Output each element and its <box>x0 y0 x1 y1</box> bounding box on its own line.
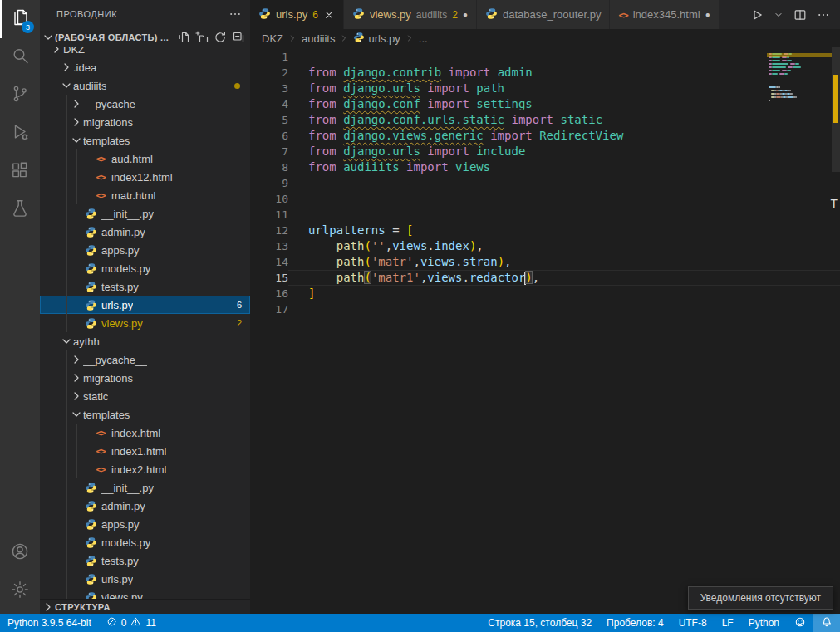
tree-item-templates[interactable]: templates <box>40 405 250 424</box>
activity-search[interactable] <box>0 38 40 76</box>
tab-index345.html[interactable]: <>index345.html● <box>610 0 719 29</box>
code-content: 12from django.contrib import admin3from … <box>250 49 840 317</box>
stray-t-glyph: T <box>831 197 838 210</box>
breadcrumb-item-urls.py[interactable]: urls.py <box>353 32 400 46</box>
tree-item-templates[interactable]: templates <box>40 131 250 149</box>
line-number: 10 <box>250 191 288 207</box>
python-interpreter-status[interactable]: Python 3.9.5 64-bit <box>0 614 99 632</box>
line-content: from django.urls import include <box>288 144 840 159</box>
workspace-section-header[interactable]: (РАБОЧАЯ ОБЛАСТЬ) ... <box>40 28 250 47</box>
tree-item-aud.html[interactable]: <>aud.html <box>40 149 250 168</box>
tree-item-migrations[interactable]: migrations <box>40 369 250 387</box>
python-file-icon <box>258 7 271 22</box>
indent-guide <box>66 95 67 113</box>
activity-testing[interactable] <box>0 191 40 229</box>
python-file-icon <box>83 573 98 585</box>
tree-item-__init__.py[interactable]: __init__.py <box>40 204 250 223</box>
more-icon[interactable] <box>817 8 830 22</box>
activity-badge-count: 3 <box>22 21 34 33</box>
tree-item-admin.py[interactable]: admin.py <box>40 497 250 515</box>
activity-run-debug[interactable] <box>0 115 40 153</box>
activity-account[interactable] <box>0 534 40 572</box>
status-item[interactable]: Пробелов: 4 <box>599 614 671 632</box>
close-icon[interactable] <box>323 9 335 21</box>
run-icon[interactable] <box>750 8 764 22</box>
status-item[interactable]: UTF-8 <box>671 614 715 632</box>
tree-item-apps.py[interactable]: apps.py <box>40 515 250 533</box>
tab-database_roouter.py[interactable]: database_roouter.py <box>477 0 611 29</box>
code-line-1: 1 <box>250 49 840 65</box>
tree-item-label: admin.py <box>101 500 145 512</box>
tree-item-models.py[interactable]: models.py <box>40 533 250 551</box>
tree-item-index.html[interactable]: <>index.html <box>40 424 250 442</box>
new-folder-icon[interactable] <box>195 31 209 44</box>
tree-item-tests.py[interactable]: tests.py <box>40 277 250 296</box>
code-editor[interactable]: 12from django.contrib import admin3from … <box>250 47 840 614</box>
split-editor-icon[interactable] <box>793 8 807 22</box>
breadcrumb-item-DKZ[interactable]: DKZ <box>262 32 283 45</box>
status-label: LF <box>722 617 734 629</box>
tree-item-admin.py[interactable]: admin.py <box>40 223 250 241</box>
tree-item-aythh[interactable]: aythh <box>40 332 250 350</box>
code-line-17: 17 <box>250 301 840 317</box>
tree-item-__pycache__[interactable]: __pycache__ <box>40 350 250 369</box>
activity-source-control[interactable] <box>0 76 40 115</box>
notification-toast[interactable]: Уведомления отсутствуют <box>688 586 833 610</box>
tab-urls.py[interactable]: urls.py6 <box>250 0 344 29</box>
activity-extensions[interactable] <box>0 153 40 191</box>
tree-item-views.py[interactable]: views.py2 <box>40 314 250 332</box>
tree-item-__init__.py[interactable]: __init__.py <box>40 478 250 497</box>
code-line-8: 8from audiiits import views <box>250 159 840 175</box>
refresh-icon[interactable] <box>214 31 227 44</box>
tree-item-models.py[interactable]: models.py <box>40 259 250 277</box>
indent-guide <box>66 497 67 515</box>
tree-item-__pycache__[interactable]: __pycache__ <box>40 95 250 113</box>
tree-item-index12.html[interactable]: <>index12.html <box>40 168 250 186</box>
breadcrumb-item-...[interactable]: ... <box>419 32 428 45</box>
source-control-icon <box>10 84 30 107</box>
tree-item-index1.html[interactable]: <>index1.html <box>40 442 250 460</box>
line-number: 1 <box>250 49 288 65</box>
tree-item-urls.py[interactable]: urls.py <box>40 570 250 588</box>
activity-explorer[interactable]: 3 <box>0 0 40 38</box>
views-and-more-actions-button[interactable] <box>228 7 242 21</box>
new-file-icon[interactable] <box>177 31 190 44</box>
tree-item-index2.html[interactable]: <>index2.html <box>40 460 250 478</box>
status-item[interactable]: Python <box>741 614 787 632</box>
breadcrumb-item-audiiits[interactable]: audiiits <box>302 32 335 45</box>
chevron-down-icon <box>70 134 83 147</box>
tree-item-matr.html[interactable]: <>matr.html <box>40 186 250 204</box>
indent-guide <box>66 424 67 442</box>
tree-item-tests.py[interactable]: tests.py <box>40 551 250 570</box>
feedback-button[interactable] <box>787 614 813 632</box>
bell-button[interactable] <box>813 614 840 632</box>
activity-bar-bottom <box>0 534 40 610</box>
status-item[interactable]: LF <box>715 614 741 632</box>
line-content <box>288 175 840 191</box>
chevron-down-icon <box>60 335 73 348</box>
problems-status[interactable]: 011 <box>99 614 164 632</box>
tree-item-urls.py[interactable]: urls.py6 <box>40 296 250 314</box>
status-item[interactable]: Строка 15, столбец 32 <box>480 614 599 632</box>
editor-scrollbar[interactable] <box>832 47 840 614</box>
tree-item-migrations[interactable]: migrations <box>40 113 250 131</box>
indent-guide <box>66 405 67 424</box>
search-icon <box>10 46 30 69</box>
tree-item-audiiits[interactable]: audiiits <box>40 76 250 95</box>
tree-item-DKZ[interactable]: DKZ <box>40 47 250 58</box>
chevron-down-icon[interactable] <box>774 10 784 20</box>
tab-views.py[interactable]: views.pyaudiiits2● <box>344 0 477 29</box>
outline-section-header[interactable]: СТРУКТУРА <box>40 599 250 614</box>
tree-item-views.py[interactable]: views.py <box>40 588 250 599</box>
minimap[interactable] <box>769 50 828 106</box>
settings-icon <box>10 580 30 603</box>
chevron-right-icon <box>70 371 83 385</box>
tree-item-static[interactable]: static <box>40 387 250 405</box>
collapse-all-icon[interactable] <box>232 31 245 44</box>
tree-item-label: index12.html <box>111 171 173 184</box>
tree-item-apps.py[interactable]: apps.py <box>40 241 250 259</box>
tree-item-.idea[interactable]: .idea <box>40 58 250 76</box>
indent-guide <box>76 442 77 460</box>
indent-guide <box>66 460 67 478</box>
activity-settings[interactable] <box>0 572 40 610</box>
